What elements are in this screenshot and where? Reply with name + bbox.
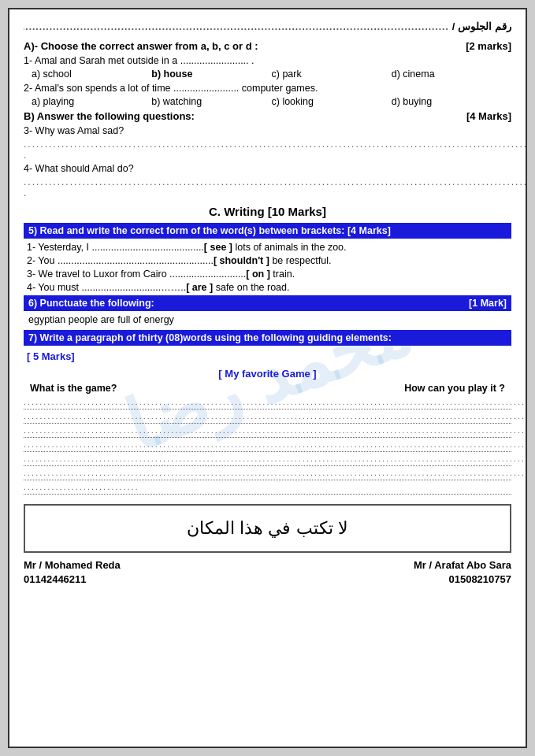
q2-d: d) buying [392,96,511,107]
q7-question1: What is the game? [30,383,117,394]
q5-item-3: 3- We travel to Luxor from Cairo .......… [24,269,511,280]
section-a-marks: [2 marks] [466,40,511,52]
q7-para-questions: What is the game? How can you play it ? [24,383,511,394]
writing-line-6: ........................................… [24,468,511,480]
q5-1-after: lots of animals in the zoo. [232,242,347,253]
q2-a: a) playing [32,96,151,107]
writing-lines: ........................................… [24,397,511,495]
q6-text: egyptian people are full of energy [24,314,511,325]
writing-line-2: ........................................… [24,411,511,424]
q1-d: d) cinema [392,69,511,80]
q5-3-bracket: [ on ] [246,269,270,280]
writing-line-3: ........................................… [24,425,511,438]
q4-dots: ........................................… [24,176,511,198]
q7-topic: [ My favorite Game ] [24,368,511,380]
right-name: Mr / Arafat Abo Sara [414,559,511,571]
writing-line-4: ........................................… [24,439,511,452]
section-b-header: B) Answer the following questions: [4 Ma… [24,110,511,122]
section-c-title: C. Writing [10 Marks] [24,205,511,218]
footer-box-text: لا تكتب في هذا المكان [187,518,347,538]
q2-text: 2- Amal's son spends a lot of time .....… [24,83,511,94]
q1-text: 1- Amal and Sarah met outside in a .....… [24,55,511,66]
header-row: رقم الجلوس / ...........................… [24,20,511,32]
bottom-names: Mr / Mohamed Reda Mr / Arafat Abo Sara [24,559,511,571]
q5-2-after: be respectful. [269,255,332,266]
q5-1-num: 1- Yesterday, I ........................… [27,242,204,253]
right-phone: 01508210757 [448,573,511,585]
q7-marks: [ 5 Marks] [27,350,75,362]
bottom-phones: 01142446211 01508210757 [24,573,511,585]
section-b-title: B) Answer the following questions: [24,110,195,122]
q7-header-text: 7) Write a paragraph of thirty (08)words… [28,332,507,343]
q1-c: c) park [272,69,392,80]
q1-a: a) school [32,69,151,80]
q6-header: 6) Punctuate the following: [1 Mark] [24,295,511,311]
q5-3-num: 3- We travel to Luxor from Cairo .......… [27,269,246,280]
left-phone: 01142446211 [24,573,87,585]
q5-item-4: 4- You must ............................… [24,282,511,293]
section-a-title: A)- Choose the correct answer from a, b,… [24,40,258,52]
q5-2-num: 2- You .................................… [27,255,214,266]
q5-3-after: train. [270,269,295,280]
writing-line-1: ........................................… [24,397,511,410]
q5-item-2: 2- You .................................… [24,255,511,266]
q5-4-after: safe on the road. [213,282,289,293]
header-dots: ........................................… [24,21,449,32]
q3-dots: ........................................… [24,139,511,161]
q7-header: 7) Write a paragraph of thirty (08)words… [24,330,511,346]
writing-line-7: ............................. [24,482,511,495]
q5-header-text: 5) Read and write the correct form of th… [28,225,507,236]
q5-4-num: 4- You must ............................… [27,282,186,293]
footer-box: لا تكتب في هذا المكان [24,504,511,553]
q5-2-bracket: [ shouldn't ] [214,255,269,266]
q1-b: b) house [151,69,271,80]
q5-item-1: 1- Yesterday, I ........................… [24,242,511,253]
q3-text: 3- Why was Amal sad? [24,125,511,136]
q6-header-right: [1 Mark] [469,298,507,309]
q2-answers: a) playing b) watching c) looking d) buy… [24,96,511,107]
writing-line-5: ........................................… [24,454,511,466]
q2-c: c) looking [272,96,392,107]
left-name: Mr / Mohamed Reda [24,559,121,571]
q5-header: 5) Read and write the correct form of th… [24,223,511,239]
q5-4-bracket: [ are ] [186,282,213,293]
section-b-marks: [4 Marks] [466,110,511,122]
raqm-label: رقم الجلوس [458,20,511,32]
q1-answers: a) school b) house c) park d) cinema [24,69,511,80]
q6-header-left: 6) Punctuate the following: [28,298,469,309]
q2-b: b) watching [151,96,271,107]
exam-page: محمد رضا رقم الجلوس / ..................… [8,8,527,748]
q7-question2: How can you play it ? [404,383,505,394]
slash: / [452,20,455,32]
section-a-header: A)- Choose the correct answer from a, b,… [24,40,511,52]
q5-1-bracket: [ see ] [204,242,232,253]
q4-text: 4- What should Amal do? [24,163,511,174]
